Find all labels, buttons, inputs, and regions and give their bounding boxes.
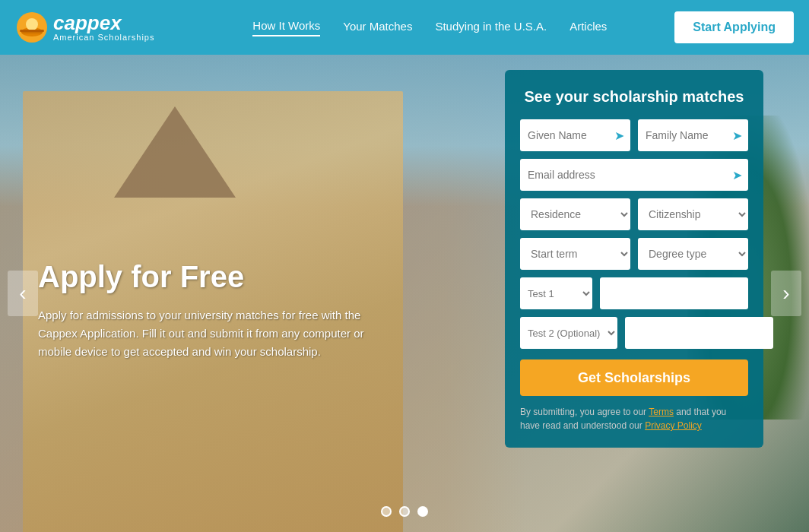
logo-text: cappex American Scholarships (53, 13, 155, 42)
given-name-field-wrapper: ➤ (520, 119, 630, 151)
test1-select[interactable]: Test 1 (520, 277, 592, 309)
cappex-logo-icon (15, 11, 49, 44)
residence-citizenship-row: Residence Citizenship (520, 198, 748, 230)
hero-text-block: Apply for Free Apply for admissions to y… (38, 260, 380, 361)
svg-rect-4 (20, 30, 44, 32)
name-row: ➤ ➤ (520, 119, 748, 151)
carousel-dot-3[interactable] (417, 506, 428, 517)
degree-type-select[interactable]: Degree type (638, 238, 748, 270)
hero-section: Apply for Free Apply for admissions to y… (0, 55, 809, 532)
main-nav: How It Works Your Matches Studying in th… (186, 19, 675, 36)
term-degree-row: Start term Degree type (520, 238, 748, 270)
citizenship-select[interactable]: Citizenship (638, 198, 748, 230)
carousel-dot-2[interactable] (399, 506, 410, 517)
nav-studying[interactable]: Studying in the U.S.A. (435, 20, 547, 36)
nav-how-it-works[interactable]: How It Works (252, 19, 320, 36)
hero-description: Apply for admissions to your university … (38, 306, 380, 361)
terms-link[interactable]: Terms (649, 407, 674, 417)
residence-select[interactable]: Residence (520, 198, 630, 230)
test2-row: Test 2 (Optional) (520, 317, 748, 349)
email-row: ➤ (520, 159, 748, 191)
terms-text-before: By submitting, you agree to our (520, 407, 649, 417)
carousel-dots (381, 506, 428, 517)
logo-subtitle: American Scholarships (53, 33, 155, 42)
test2-select[interactable]: Test 2 (Optional) (520, 317, 617, 349)
email-input[interactable] (520, 159, 748, 191)
hero-title: Apply for Free (38, 260, 380, 294)
scholarship-form-panel: See your scholarship matches ➤ ➤ ➤ Resid… (505, 70, 763, 448)
form-terms: By submitting, you agree to our Terms an… (520, 405, 748, 432)
carousel-dot-1[interactable] (381, 506, 392, 517)
get-scholarships-button[interactable]: Get Scholarships (520, 359, 748, 396)
test2-score-input[interactable] (625, 317, 773, 349)
privacy-link[interactable]: Privacy Policy (645, 420, 702, 431)
family-name-input[interactable] (638, 119, 748, 151)
test1-row: Test 1 (520, 277, 748, 309)
logo: cappex American Scholarships (15, 11, 155, 44)
family-name-field-wrapper: ➤ (638, 119, 748, 151)
carousel-prev-button[interactable]: ‹ (8, 271, 38, 316)
svg-point-3 (26, 18, 38, 30)
carousel-next-button[interactable]: › (771, 271, 801, 316)
nav-articles[interactable]: Articles (569, 20, 607, 36)
header: cappex American Scholarships How It Work… (0, 0, 809, 55)
building-peak (114, 106, 236, 198)
start-term-select[interactable]: Start term (520, 238, 630, 270)
start-applying-button[interactable]: Start Applying (674, 11, 794, 43)
logo-name: cappex (53, 13, 155, 33)
form-title: See your scholarship matches (520, 88, 748, 106)
test1-score-input[interactable] (600, 277, 748, 309)
given-name-input[interactable] (520, 119, 630, 151)
nav-your-matches[interactable]: Your Matches (343, 20, 412, 36)
